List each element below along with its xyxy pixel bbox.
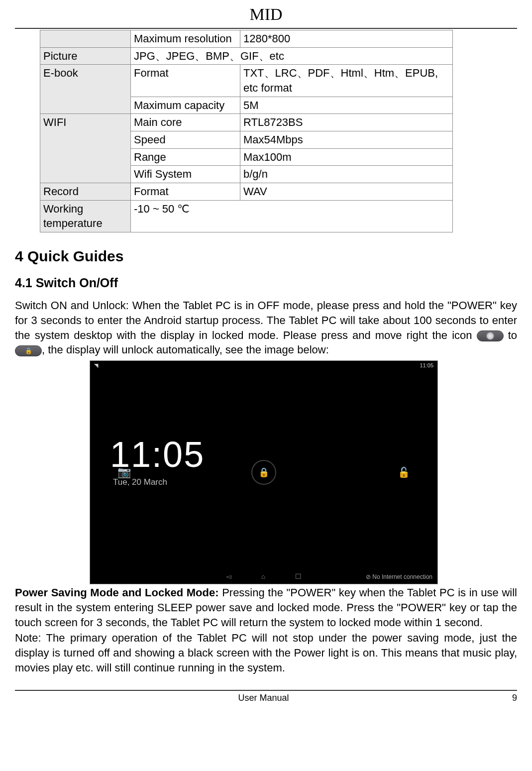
cell-sub: Range [131,148,240,166]
cell-val: JPG、JPEG、BMP、GIF、etc [131,47,453,65]
cell-label: E-book [40,65,131,114]
cell-sub: Main core [131,114,240,131]
cell-sub: Speed [131,131,240,149]
body-paragraph: Note: The primary operation of the Table… [15,631,517,675]
cell-sub: Format [131,65,240,97]
nav-recent-icon[interactable]: ☐ [295,572,302,581]
cell-val: WAV [240,183,453,201]
cell-val: Max100m [240,148,453,166]
header-divider [15,28,517,29]
cell-sub: Maximum resolution [131,30,240,47]
cell-val: 5M [240,97,453,114]
text-run: to [508,329,517,341]
paragraph-lead: Power Saving Mode and Locked Mode: [15,586,222,599]
table-row: WIFI Main core RTL8723BS [40,114,453,131]
nav-home-icon[interactable]: ⌂ [261,572,265,581]
body-paragraph: Power Saving Mode and Locked Mode: Press… [15,585,517,630]
page-footer: User Manual 9 [15,691,517,709]
cell-label: Working temperature [40,200,131,232]
cell-val: RTL8723BS [240,114,453,131]
status-icons-left: ◥ [94,362,98,369]
text-run: , the display will unlock automatically,… [42,343,329,356]
table-row: Working temperature -10 ~ 50 ℃ [40,200,453,232]
page-number: 9 [512,692,517,704]
spec-table: Maximum resolution 1280*800 Picture JPG、… [40,30,453,232]
status-bar: ◥ 11:05 [90,361,437,370]
nav-back-icon[interactable]: ◅ [226,572,231,581]
cell-val: Max54Mbps [240,131,453,149]
subsection-heading: 4.1 Switch On/Off [15,275,517,292]
cell-label: Picture [40,47,131,65]
cell-val: 1280*800 [240,30,453,47]
cell-sub: Wifi System [131,166,240,183]
cell-val: TXT、LRC、PDF、Html、Htm、EPUB, etc format [240,65,453,97]
cell-label: Record [40,183,131,201]
lock-ring-icon [477,330,504,341]
cell-sub: Format [131,183,240,201]
table-row: E-book Format TXT、LRC、PDF、Html、Htm、EPUB,… [40,65,453,97]
section-heading: 4 Quick Guides [15,246,517,267]
status-time: 11:05 [420,362,433,369]
lockscreen-screenshot: ◥ 11:05 11:05 Tue, 20 March 📷 🔒 🔓 ◅ ⌂ ☐ … [90,360,438,584]
table-row: Record Format WAV [40,183,453,201]
cell-label-blank [40,30,131,47]
footer-title: User Manual [15,692,512,704]
table-row: Picture JPG、JPEG、BMP、GIF、etc [40,47,453,65]
cell-label: WIFI [40,114,131,183]
cell-val: b/g/n [240,166,453,183]
lock-ring-icon[interactable]: 🔒 [251,460,276,485]
cell-sub: Maximum capacity [131,97,240,114]
network-message: ⊘ No Internet connection [366,573,432,581]
lock-closed-icon: 🔒 [15,345,42,356]
camera-icon[interactable]: 📷 [115,463,133,481]
text-run: Switch ON and Unlock: When the Tablet PC… [15,299,517,341]
body-paragraph: Switch ON and Unlock: When the Tablet PC… [15,298,517,357]
network-text: No Internet connection [372,573,432,580]
doc-header-title: MID [15,3,517,26]
unlock-icon[interactable]: 🔓 [395,463,413,481]
network-icon: ⊘ [366,573,372,580]
cell-val: -10 ~ 50 ℃ [131,200,453,232]
table-row: Maximum resolution 1280*800 [40,30,453,47]
